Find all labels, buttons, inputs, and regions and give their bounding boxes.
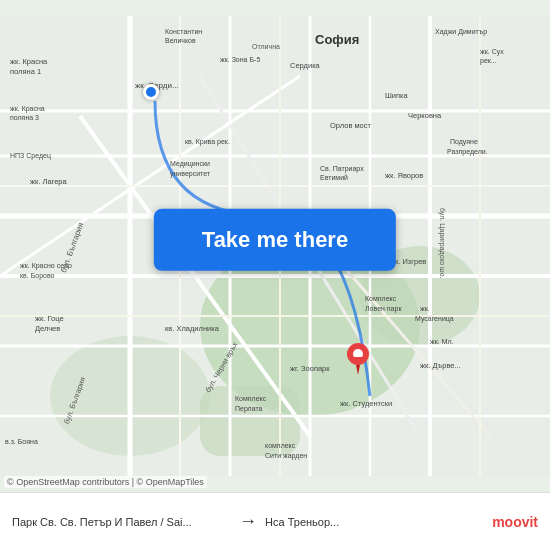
moovit-logo: moovit xyxy=(492,514,538,530)
svg-text:жк. Дърве...: жк. Дърве... xyxy=(420,361,461,370)
svg-text:Хаджи Димитър: Хаджи Димитър xyxy=(435,28,487,36)
svg-text:кв. Крива рек.: кв. Крива рек. xyxy=(185,138,230,146)
svg-marker-79 xyxy=(356,365,360,375)
map-area: София жк. Красна поляна 1 Константин Вел… xyxy=(0,0,550,492)
svg-text:поляна 3: поляна 3 xyxy=(10,114,39,121)
moovit-logo-text: moovit xyxy=(492,514,538,530)
take-me-there-button[interactable]: Take me there xyxy=(154,209,396,271)
svg-text:комплекс: комплекс xyxy=(265,442,296,449)
bottom-bar: Парк Св. Св. Петър И Павел / Sai... → Нс… xyxy=(0,492,550,550)
app-container: София жк. Красна поляна 1 Константин Вел… xyxy=(0,0,550,550)
svg-text:Шипка: Шипка xyxy=(385,91,409,100)
to-stop-label: Нса Треньор... xyxy=(265,516,484,528)
svg-text:Комплекс: Комплекс xyxy=(235,395,267,402)
svg-text:поляна 1: поляна 1 xyxy=(10,67,41,76)
svg-text:кв. Борово: кв. Борово xyxy=(20,272,55,280)
origin-location-dot xyxy=(143,84,159,100)
from-stop-label: Парк Св. Св. Петър И Павел / Sai... xyxy=(12,516,231,528)
svg-text:жк. Мл.: жк. Мл. xyxy=(430,338,454,345)
svg-text:рек...: рек... xyxy=(480,57,497,65)
svg-text:Отлична: Отлична xyxy=(252,43,280,50)
map-attribution: © OpenStreetMap contributors | © OpenMap… xyxy=(4,476,207,488)
svg-text:жк. Студентски: жк. Студентски xyxy=(340,399,392,408)
svg-text:Ловен парк: Ловен парк xyxy=(365,305,402,313)
svg-text:Черковна: Черковна xyxy=(408,111,442,120)
svg-text:Орлов мост: Орлов мост xyxy=(330,121,372,130)
svg-text:кв. Хладилника: кв. Хладилника xyxy=(165,324,220,333)
svg-text:Константин: Константин xyxy=(165,28,202,35)
svg-text:жг. Зоопарк: жг. Зоопарк xyxy=(290,364,330,373)
svg-text:НПЗ Средец: НПЗ Средец xyxy=(10,152,51,160)
svg-text:университет: университет xyxy=(170,170,211,178)
svg-text:жк. Сух: жк. Сух xyxy=(480,48,504,56)
svg-text:жк. Лагера: жк. Лагера xyxy=(30,177,67,186)
svg-text:Перлата: Перлата xyxy=(235,405,263,413)
svg-text:Сердика: Сердика xyxy=(290,61,321,70)
svg-text:жк. Красна: жк. Красна xyxy=(10,57,48,66)
svg-text:Подуяне: Подуяне xyxy=(450,138,478,146)
destination-pin xyxy=(347,343,369,379)
svg-text:жк. Гоце: жк. Гоце xyxy=(35,314,64,323)
svg-text:жк.: жк. xyxy=(420,305,430,312)
svg-text:жк. Красно село: жк. Красно село xyxy=(20,262,72,270)
svg-text:Величков: Величков xyxy=(165,37,196,44)
svg-text:жк. Красна: жк. Красна xyxy=(10,105,45,113)
svg-text:Разпредели.: Разпредели. xyxy=(447,148,488,156)
svg-text:в.з. Бояна: в.з. Бояна xyxy=(5,438,38,445)
svg-text:бул. Цариградско шо.: бул. Цариградско шо. xyxy=(438,208,446,279)
svg-text:Комплекс: Комплекс xyxy=(365,295,397,302)
svg-text:Сити жарден: Сити жарден xyxy=(265,452,307,460)
svg-text:Медицински: Медицински xyxy=(170,160,210,168)
svg-text:жк. Зона Б-5: жк. Зона Б-5 xyxy=(220,56,260,63)
svg-text:Св. Патриарх: Св. Патриарх xyxy=(320,165,364,173)
svg-text:Мусагеница: Мусагеница xyxy=(415,315,454,323)
svg-text:Делчев: Делчев xyxy=(35,324,60,333)
svg-text:жк. Яворов: жк. Яворов xyxy=(385,171,423,180)
svg-text:София: София xyxy=(315,32,359,47)
svg-text:Евтимий: Евтимий xyxy=(320,174,348,181)
direction-arrow: → xyxy=(231,511,265,532)
